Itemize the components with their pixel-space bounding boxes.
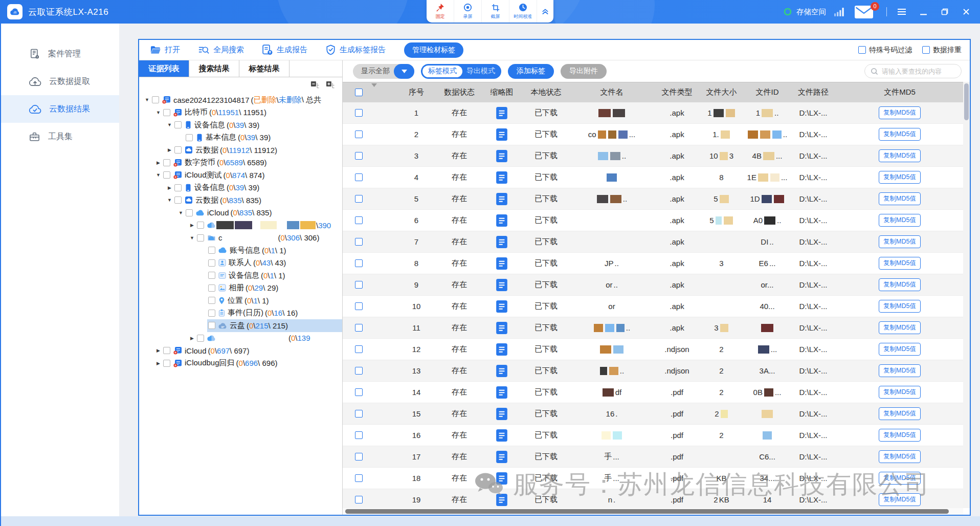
checkbox[interactable] — [197, 234, 204, 242]
manage-evidence-tag-button[interactable]: 管理检材标签 — [404, 42, 463, 58]
close-button[interactable] — [960, 5, 973, 18]
column-header[interactable]: 本地状态 — [524, 87, 568, 97]
copy-md5-button[interactable]: 复制MD5值 — [879, 171, 921, 184]
tree-node[interactable]: ▶数字货币(0 \ 6589 \ 6589) — [139, 157, 342, 169]
tree-node[interactable]: 云盘(0 \ 215 \ 215) — [139, 319, 342, 332]
document-thumbnail-icon[interactable] — [496, 364, 508, 378]
copy-md5-button[interactable]: 复制MD5值 — [879, 450, 921, 463]
checkbox[interactable] — [163, 347, 170, 354]
table-row[interactable]: 8存在已下载JP ...apk3E6...D:\LX-...复制MD5值 — [343, 253, 963, 274]
row-checkbox[interactable] — [355, 109, 363, 117]
titlebar-tool-time-calibration[interactable]: 时间校准 — [509, 0, 537, 23]
copy-md5-button[interactable]: 复制MD5值 — [879, 407, 921, 420]
column-header[interactable]: 文件路径 — [790, 87, 836, 97]
tree-expand-arrow[interactable]: ▼ — [143, 97, 151, 102]
copy-md5-button[interactable]: 复制MD5值 — [879, 300, 921, 313]
row-checkbox[interactable] — [355, 259, 363, 267]
show-all-dropdown[interactable]: 显示全部 — [353, 64, 414, 79]
row-checkbox[interactable] — [355, 410, 363, 418]
toolbar-action-global-search[interactable]: 全局搜索 — [198, 45, 244, 55]
checkbox[interactable] — [208, 322, 215, 329]
tree-expand-arrow[interactable]: ▼ — [177, 210, 185, 215]
mail-button[interactable]: 0 — [855, 6, 873, 18]
collapse-toolbar-button[interactable] — [537, 0, 553, 23]
table-row[interactable]: 9存在已下载or ...apkor...D:\LX-...复制MD5值 — [343, 274, 963, 296]
checkbox[interactable] — [208, 272, 215, 279]
tree-node[interactable]: 联系人(0 \ 43 \ 43) — [139, 257, 342, 270]
export-mode-option[interactable]: 导出模式 — [466, 67, 495, 76]
tree-node[interactable]: ▼c(0 \ 306 \ 306) — [139, 232, 342, 245]
tree-node[interactable]: ▶设备信息(0 \ 39 \ 39) — [139, 182, 342, 194]
checkbox[interactable] — [163, 171, 170, 179]
table-row[interactable]: 18存在已下载手....pdfKB34...D:\LX-...复制MD5值 — [343, 468, 963, 489]
column-header[interactable]: 文件大小 — [699, 87, 744, 97]
sidebar-item-cloud-extraction[interactable]: 云数据提取 — [1, 68, 119, 95]
tree-expand-arrow[interactable]: ▶ — [154, 160, 162, 165]
document-thumbnail-icon[interactable] — [496, 192, 508, 206]
tree-node[interactable]: ▶ \ 390 — [139, 219, 342, 232]
table-row[interactable]: 16存在已下载.pdf2D:\LX-...复制MD5值 — [343, 425, 963, 446]
document-thumbnail-icon[interactable] — [496, 493, 508, 507]
document-thumbnail-icon[interactable] — [496, 300, 508, 313]
sidebar-item-case-management[interactable]: 案件管理 — [1, 40, 119, 68]
tree-node[interactable]: ▶iCloudbug回归(0 \ 696 \ 696) — [139, 357, 342, 370]
collapse-all-icon[interactable] — [310, 81, 320, 90]
table-row[interactable]: 11存在已下载...apk3D:\LX-...复制MD5值 — [343, 317, 963, 339]
tree-expand-arrow[interactable]: ▼ — [154, 110, 162, 115]
mode-toggle[interactable]: 标签模式 导出模式 — [421, 64, 501, 79]
table-row[interactable]: 19存在已下载n ..pdf2 KB14D:\LX-...复制MD5值 — [343, 489, 963, 508]
titlebar-tool-screenshot[interactable]: 截屏 — [482, 0, 509, 23]
checkbox[interactable] — [208, 284, 215, 292]
table-row[interactable]: 1存在已下载.apk11..D:\LX-...复制MD5值 — [343, 102, 963, 124]
tree-node[interactable]: 事件(日历)(0 \ 16 \ 16) — [139, 307, 342, 320]
tree-node[interactable]: 基本信息(0 \ 39 \ 39) — [139, 132, 342, 144]
column-header[interactable]: 文件MD5 — [836, 87, 963, 97]
tree-expand-arrow[interactable]: ▼ — [188, 235, 196, 240]
checkbox[interactable] — [197, 222, 204, 229]
tree-expand-arrow[interactable]: ▼ — [166, 122, 173, 127]
copy-md5-button[interactable]: 复制MD5值 — [879, 149, 921, 162]
storage-space-button[interactable]: 存储空间 — [783, 7, 826, 17]
horizontal-scrollbar-thumb[interactable] — [345, 509, 949, 514]
row-checkbox[interactable] — [355, 496, 363, 503]
tree-node[interactable]: ▼case20241223104817(已删除 \ 未删除 \ 总共 — [139, 94, 342, 106]
table-row[interactable]: 5存在已下载...apk51DD:\LX-...复制MD5值 — [343, 188, 963, 210]
checkbox[interactable] — [208, 310, 215, 317]
copy-md5-button[interactable]: 复制MD5值 — [879, 429, 921, 442]
vertical-scrollbar[interactable] — [963, 82, 970, 508]
copy-md5-button[interactable]: 复制MD5值 — [879, 214, 921, 227]
tree-expand-arrow[interactable]: ▼ — [154, 172, 162, 178]
row-checkbox[interactable] — [355, 474, 363, 482]
table-row[interactable]: 14存在已下载df.pdf20B...D:\LX-...复制MD5值 — [343, 382, 963, 403]
copy-md5-button[interactable]: 复制MD5值 — [879, 278, 921, 291]
column-header[interactable]: 缩略图 — [480, 87, 524, 97]
copy-md5-button[interactable]: 复制MD5值 — [879, 192, 921, 205]
sidebar-item-toolset[interactable]: 工具集 — [1, 123, 119, 150]
checkbox[interactable] — [197, 335, 204, 342]
column-header[interactable]: 数据状态 — [439, 87, 480, 97]
checkbox[interactable] — [922, 46, 930, 54]
row-checkbox[interactable] — [355, 302, 363, 310]
checkbox[interactable] — [208, 259, 215, 267]
table-row[interactable]: 7存在已下载.apkDI ..D:\LX-...复制MD5值 — [343, 231, 963, 253]
column-header[interactable]: 序号 — [394, 87, 439, 97]
tree-node[interactable]: 相册(0 \ 29 \ 29) — [139, 282, 342, 295]
row-checkbox[interactable] — [355, 453, 363, 461]
checkbox[interactable] — [174, 184, 182, 191]
tree-expand-arrow[interactable]: ▼ — [166, 198, 173, 203]
menu-button[interactable] — [895, 5, 908, 18]
tree-expand-arrow[interactable]: ▶ — [188, 336, 196, 341]
row-checkbox[interactable] — [355, 238, 363, 246]
horizontal-scrollbar[interactable] — [343, 508, 963, 515]
tree-expand-arrow[interactable]: ▶ — [154, 361, 162, 366]
tree-node[interactable]: 账号信息(0 \ 1 \ 1) — [139, 244, 342, 257]
checkbox[interactable] — [208, 297, 215, 304]
copy-md5-button[interactable]: 复制MD5值 — [879, 493, 921, 506]
document-thumbnail-icon[interactable] — [496, 278, 508, 292]
document-thumbnail-icon[interactable] — [496, 429, 508, 442]
table-row[interactable]: 10存在已下载or.apk40...D:\LX-...复制MD5值 — [343, 296, 963, 317]
table-row[interactable]: 15存在已下载16 ..pdf2D:\LX-...复制MD5值 — [343, 403, 963, 425]
copy-md5-button[interactable]: 复制MD5值 — [879, 128, 921, 141]
tree-node[interactable]: ▶(0 \ 139 — [139, 332, 342, 345]
checkbox[interactable] — [174, 196, 182, 204]
